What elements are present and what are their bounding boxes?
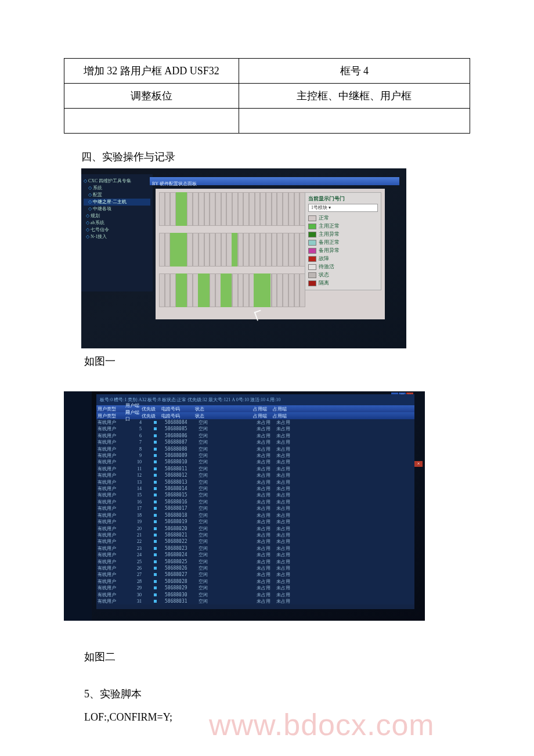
rack-slot[interactable] <box>243 192 249 226</box>
port-table-row[interactable]: 有线用户2958688029空闲未占用未占用 <box>96 585 414 591</box>
column-header[interactable]: 用户类型 <box>98 413 125 419</box>
rack-slot[interactable] <box>232 192 238 226</box>
rack-slot[interactable] <box>249 233 255 267</box>
port-table-row[interactable]: 有线用户858688088空闲未占用未占用 <box>96 446 414 452</box>
rack-slot[interactable] <box>288 233 294 267</box>
tree-node[interactable]: 中继之星·二主机 <box>84 199 150 206</box>
rack-slot[interactable] <box>204 192 210 226</box>
rack-slot[interactable] <box>277 233 283 267</box>
rack-row[interactable] <box>159 192 305 226</box>
rack-slot[interactable] <box>221 233 227 267</box>
rack-slot[interactable] <box>277 273 283 307</box>
port-table-row[interactable]: 有线用户2458688024空闲未占用未占用 <box>96 552 414 558</box>
rack-card[interactable] <box>232 233 237 267</box>
port-table-row[interactable]: 有线用户558688085空闲未占用未占用 <box>96 426 414 432</box>
rack-slot[interactable] <box>283 192 288 226</box>
column-header[interactable]: 占用端 <box>253 413 273 419</box>
rack-card[interactable] <box>176 273 182 307</box>
rack-slot[interactable] <box>170 192 176 226</box>
rack-slot[interactable] <box>277 192 283 226</box>
port-table-row[interactable]: 有线用户1358688013空闲未占用未占用 <box>96 479 414 485</box>
port-table-row[interactable]: 有线用户2058688020空闲未占用未占用 <box>96 525 414 532</box>
rack-slot[interactable] <box>165 192 171 226</box>
port-table-row[interactable]: 有线用户458688084空闲未占用未占用 <box>96 419 414 426</box>
rack-card[interactable] <box>181 192 187 226</box>
tree-node[interactable]: N-1接入 <box>84 233 150 240</box>
port-table-row[interactable]: 有线用户2158688021空闲未占用未占用 <box>96 532 414 538</box>
port-table-row[interactable]: 有线用户3058688030空闲未占用未占用 <box>96 592 414 598</box>
close-icon[interactable]: × <box>414 461 423 467</box>
rack-card[interactable] <box>221 273 226 307</box>
rack-slot[interactable] <box>187 192 193 226</box>
window-titlebar[interactable]: BY 硬件配置状态面板 <box>150 177 399 185</box>
rack-slot[interactable] <box>232 273 238 307</box>
rack-slot[interactable] <box>204 233 210 267</box>
port-table-row[interactable]: 有线用户1058688010空闲未占用未占用 <box>96 459 414 465</box>
port-table-row[interactable]: 有线用户1858688018空闲未占用未占用 <box>96 512 414 519</box>
rack-slot[interactable] <box>159 273 165 307</box>
rack-slot[interactable] <box>165 273 171 307</box>
rack-slot[interactable] <box>170 273 176 307</box>
port-table-row[interactable]: 有线用户1958688019空闲未占用未占用 <box>96 519 414 525</box>
rack-slot[interactable] <box>238 233 244 267</box>
port-table-row[interactable]: 有线用户1258688012空闲未占用未占用 <box>96 472 414 478</box>
tree-node[interactable]: 规划 <box>84 213 150 219</box>
port-table-row[interactable]: 有线用户2858688028空闲未占用未占用 <box>96 578 414 585</box>
rack-slot[interactable] <box>266 233 272 267</box>
rack-slot[interactable] <box>187 233 193 267</box>
rack-slot[interactable] <box>255 192 261 226</box>
tree-node[interactable]: 配置 <box>84 192 150 199</box>
port-table-row[interactable]: 有线用户1458688014空闲未占用未占用 <box>96 485 414 492</box>
rack-card[interactable] <box>176 233 182 267</box>
port-table-body[interactable]: 有线用户458688084空闲未占用未占用有线用户558688085空闲未占用未… <box>96 419 414 608</box>
rack-slot[interactable] <box>199 192 204 226</box>
column-header[interactable]: 状态 <box>195 413 212 419</box>
rack-slot[interactable] <box>288 273 294 307</box>
rack-slot[interactable] <box>193 233 199 267</box>
rack-slot[interactable] <box>272 233 277 267</box>
module-select[interactable]: 1号模块 ▾ <box>308 204 378 212</box>
rack-slot[interactable] <box>210 233 215 267</box>
rack-row[interactable] <box>159 233 305 267</box>
rack-slot[interactable] <box>255 233 261 267</box>
port-table-row[interactable]: 有线用户2758688027空闲未占用未占用 <box>96 571 414 578</box>
rack-slot[interactable] <box>165 233 171 267</box>
rack-card[interactable] <box>198 273 204 307</box>
tree-node[interactable]: ab系统 <box>84 219 150 226</box>
rack-slot[interactable] <box>159 233 165 267</box>
port-table-row[interactable]: 有线用户958688089空闲未占用未占用 <box>96 452 414 459</box>
rack-slot[interactable] <box>226 192 232 226</box>
rack-slot[interactable] <box>215 192 221 226</box>
rack-slot[interactable] <box>294 192 300 226</box>
rack-slot[interactable] <box>288 192 294 226</box>
column-header[interactable]: 占用端 <box>253 406 273 412</box>
rack-slot[interactable] <box>243 273 249 307</box>
rack-slot[interactable] <box>283 273 288 307</box>
port-table-row[interactable]: 有线用户3158688031空闲未占用未占用 <box>96 598 414 604</box>
rack-slot[interactable] <box>210 192 215 226</box>
column-header[interactable]: 电路号码 <box>161 413 195 419</box>
port-table-row[interactable]: 有线用户1558688015空闲未占用未占用 <box>96 492 414 498</box>
rack-slot[interactable] <box>215 233 221 267</box>
column-header[interactable]: 状态 <box>195 406 212 412</box>
rack-slot[interactable] <box>272 192 277 226</box>
port-table-row[interactable]: 有线用户2558688025空闲未占用未占用 <box>96 559 414 565</box>
rack-slot[interactable] <box>199 233 204 267</box>
column-header[interactable]: 占用端 <box>273 406 293 412</box>
rack-card[interactable] <box>181 233 187 267</box>
rack-card[interactable] <box>176 192 182 226</box>
column-header[interactable]: 优先级 <box>142 413 161 419</box>
rack-card[interactable] <box>254 273 259 307</box>
rack-slot[interactable] <box>249 192 255 226</box>
rack-grid[interactable] <box>159 192 305 316</box>
column-header[interactable]: 电路号码 <box>161 406 195 412</box>
tree-node[interactable]: 七号信令 <box>84 226 150 233</box>
rack-slot[interactable] <box>260 192 266 226</box>
tree-node[interactable]: CXC 四维护工具专集 <box>84 178 150 185</box>
rack-slot[interactable] <box>294 233 300 267</box>
port-table-row[interactable]: 有线用户2358688023空闲未占用未占用 <box>96 545 414 552</box>
rack-slot[interactable] <box>210 273 215 307</box>
rack-slot[interactable] <box>294 273 300 307</box>
rack-card[interactable] <box>170 233 176 267</box>
port-table-row[interactable]: 有线用户1658688016空闲未占用未占用 <box>96 499 414 505</box>
